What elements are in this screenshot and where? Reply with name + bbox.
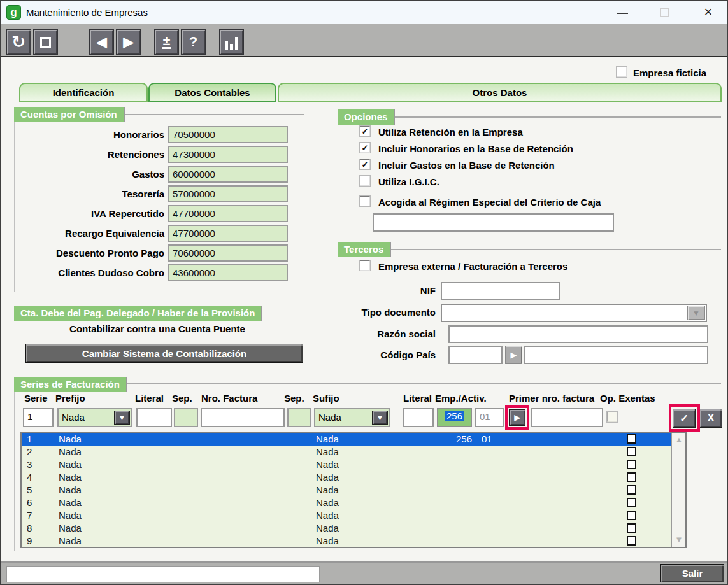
tipo-documento-select[interactable]: ▼: [441, 304, 707, 322]
tab-otros-datos[interactable]: Otros Datos: [278, 83, 722, 102]
empresa-externa-checkbox[interactable]: [360, 260, 370, 271]
row-sufijo: Nada: [316, 433, 339, 446]
descuento-pronto-pago-field[interactable]: 70600000: [168, 244, 288, 262]
razon-social-field[interactable]: [448, 325, 708, 343]
window-title: Mantenimiento de Empresas: [26, 1, 148, 24]
row-sufijo: Nada: [316, 458, 339, 471]
row-exenta-checkbox[interactable]: [627, 485, 636, 495]
criterio-caja-field[interactable]: [373, 213, 614, 232]
tab-identificacion[interactable]: Identificación: [19, 83, 148, 102]
primer-nro-factura-field[interactable]: [531, 408, 603, 427]
recargo-equivalencia-field[interactable]: 47700000: [168, 225, 288, 242]
maximize-button[interactable]: [646, 1, 683, 24]
row-exenta-checkbox[interactable]: [627, 536, 636, 546]
plus-minus-button[interactable]: ±: [154, 29, 179, 55]
iva-repercutido-field[interactable]: 47700000: [168, 205, 288, 222]
next-record-button[interactable]: ▶: [116, 29, 141, 55]
codigo-pais-code-field[interactable]: [448, 346, 503, 364]
nro-factura-field[interactable]: [201, 408, 285, 427]
tipo-documento-label: Tipo documento: [294, 307, 436, 318]
refresh-button[interactable]: ↻: [6, 29, 31, 55]
series-row[interactable]: 5NadaNada: [22, 484, 671, 497]
retenciones-field[interactable]: 47300000: [168, 146, 288, 163]
series-row[interactable]: 4NadaNada: [22, 471, 671, 484]
row-exenta-checkbox[interactable]: [627, 447, 636, 456]
col-op-exentas: Op. Exentas: [600, 393, 655, 404]
emp-field[interactable]: 256: [437, 408, 472, 427]
chevron-down-icon[interactable]: ▼: [372, 411, 388, 425]
row-exenta-checkbox[interactable]: [627, 434, 636, 444]
series-row[interactable]: 8NadaNada: [22, 522, 671, 535]
row-exenta-checkbox[interactable]: [627, 472, 636, 482]
terceros-group-title: Terceros: [338, 242, 391, 257]
clientes-dudoso-cobro-label: Clientes Dudoso Cobro: [14, 264, 164, 281]
literal1-field[interactable]: [136, 408, 172, 427]
tesoreria-field[interactable]: 57000000: [168, 185, 288, 202]
op-exentas-checkbox[interactable]: [607, 412, 617, 422]
cuenta-puente-subtitle: Contabilizar contra una Cuenta Puente: [14, 323, 301, 334]
criterio-caja-checkbox[interactable]: [360, 196, 370, 206]
help-button[interactable]: ?: [181, 29, 206, 55]
utiliza-retencion-checkbox[interactable]: ✓: [360, 126, 370, 136]
row-exenta-checkbox[interactable]: [627, 498, 636, 507]
honorarios-field[interactable]: 70500000: [168, 126, 288, 143]
incluir-gastos-checkbox[interactable]: ✓: [360, 159, 370, 169]
series-row[interactable]: 2NadaNada: [22, 446, 671, 458]
empresa-ficticia-checkbox[interactable]: [617, 67, 627, 77]
scroll-up-icon[interactable]: ▲: [672, 434, 686, 446]
scroll-down-icon[interactable]: ▼: [672, 534, 686, 546]
sep2-field[interactable]: [287, 408, 311, 427]
nif-field[interactable]: [441, 282, 560, 300]
delete-row-button[interactable]: X: [699, 409, 722, 428]
sep1-field[interactable]: [174, 408, 198, 427]
series-row[interactable]: 1NadaNada25601: [22, 433, 671, 446]
chevron-down-icon[interactable]: ▼: [114, 411, 130, 425]
criterio-caja-label: Acogida al Régimen Especial del Criterio…: [378, 197, 601, 208]
col-sep-1: Sep.: [172, 393, 192, 404]
gastos-field[interactable]: 60000000: [168, 166, 288, 183]
row-emp: 256: [456, 433, 472, 446]
row-exenta-checkbox[interactable]: [627, 460, 636, 469]
cambiar-sistema-button[interactable]: Cambiar Sistema de Contabilización: [25, 344, 303, 363]
list-scrollbar[interactable]: ▲ ▼: [671, 433, 685, 547]
row-serie: 5: [27, 484, 32, 497]
activ-field[interactable]: 01: [475, 408, 504, 427]
play-icon: ▶: [511, 350, 517, 360]
tab-datos-contables[interactable]: Datos Contables: [148, 83, 276, 102]
close-button[interactable]: ×: [690, 1, 727, 24]
col-primer-nro: Primer nro. factura: [509, 393, 594, 404]
row-sufijo: Nada: [316, 522, 339, 535]
row-prefijo: Nada: [59, 484, 82, 497]
clientes-dudoso-cobro-field[interactable]: 43600000: [168, 264, 288, 281]
sufijo-select[interactable]: Nada ▼: [314, 408, 390, 427]
series-row[interactable]: 6NadaNada: [22, 497, 671, 509]
utiliza-igic-checkbox[interactable]: [360, 176, 370, 186]
stop-button[interactable]: [33, 29, 58, 55]
empresa-externa-label: Empresa externa / Facturación a Terceros: [378, 261, 567, 272]
row-exenta-checkbox[interactable]: [627, 523, 636, 533]
row-serie: 8: [27, 522, 32, 535]
row-exenta-checkbox[interactable]: [627, 511, 636, 520]
stats-button[interactable]: [219, 29, 244, 55]
incluir-honorarios-checkbox[interactable]: ✓: [360, 143, 370, 153]
chevron-down-icon[interactable]: ▼: [687, 306, 705, 320]
cross-icon: X: [708, 412, 715, 424]
row-prefijo: Nada: [59, 446, 82, 458]
literal2-field[interactable]: [403, 408, 434, 427]
minimize-button[interactable]: [604, 1, 641, 24]
codigo-pais-name-field[interactable]: [524, 346, 708, 364]
series-row[interactable]: 7NadaNada: [22, 509, 671, 522]
series-row[interactable]: 3NadaNada: [22, 458, 671, 471]
row-sufijo: Nada: [316, 509, 339, 522]
status-message-field[interactable]: [6, 566, 320, 582]
previous-record-button[interactable]: ◀: [89, 29, 114, 55]
highlight-annotation-next-button: [505, 405, 529, 430]
serie-field[interactable]: 1: [23, 408, 54, 427]
series-list[interactable]: ▲ ▼ 1NadaNada256012NadaNada3NadaNada4Nad…: [20, 432, 687, 548]
stop-icon: [40, 37, 51, 48]
title-bar: g Mantenimiento de Empresas ×: [1, 1, 727, 24]
codigo-pais-lookup-button[interactable]: ▶: [505, 346, 522, 364]
prefijo-select[interactable]: Nada ▼: [57, 408, 132, 427]
salir-button[interactable]: Salir: [660, 564, 724, 582]
series-row[interactable]: 9NadaNada: [22, 535, 671, 547]
